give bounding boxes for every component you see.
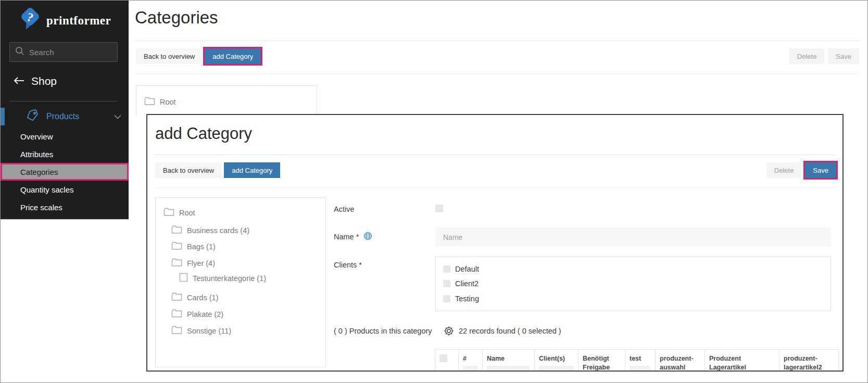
table-column-client-s-: Client(s) <box>535 350 578 372</box>
sidebar-item-price-scales[interactable]: Price scales <box>1 198 129 216</box>
tree-item-label: Sonstige (11) <box>187 327 231 335</box>
tree-item-label: Bags (1) <box>187 242 216 251</box>
records-found-text: 22 records found ( 0 selected ) <box>459 327 561 335</box>
tree-item-business[interactable]: Business cards (4) <box>171 225 249 236</box>
tree-item-testunterkategorie[interactable]: Testunterkategorie (1) <box>179 273 266 284</box>
modal-divider-2 <box>155 187 835 188</box>
tree-item-label: Root <box>160 98 176 106</box>
column-header-label[interactable]: Produzent Lagerartikel <box>709 354 775 372</box>
save-button[interactable]: Save <box>828 48 859 64</box>
client-checkbox[interactable] <box>443 265 450 273</box>
category-tree-panel: Root <box>136 85 317 115</box>
clients-label: Clients * <box>334 261 362 269</box>
folder-icon <box>171 225 182 236</box>
column-header-label[interactable]: test <box>630 354 651 363</box>
modal-add-category-button[interactable]: add Category <box>224 162 280 178</box>
products-submenu: OverviewAttributesCategoriesQuantity sac… <box>1 127 129 216</box>
sidebar-divider <box>9 101 118 101</box>
search-input[interactable] <box>29 48 133 57</box>
modal-delete-button[interactable]: Delete <box>766 162 802 178</box>
name-label: Name * <box>334 233 359 241</box>
tree-item-root[interactable]: Root <box>163 208 195 218</box>
tree-item-label: Business cards (4) <box>187 226 249 235</box>
folder-icon <box>171 241 182 252</box>
modal-back-to-overview-button[interactable]: Back to overview <box>155 162 222 178</box>
column-filter-input[interactable] <box>487 366 530 372</box>
records-row: 22 records found ( 0 selected ) 25 Per p… <box>334 323 844 340</box>
tree-item-root[interactable]: Root <box>144 97 176 107</box>
logo-text: printformer <box>46 14 111 28</box>
page-divider-2 <box>135 73 860 74</box>
tree-item-flyer[interactable]: Flyer (4) <box>171 258 215 269</box>
sidebar-search <box>9 42 118 62</box>
tree-item-bags[interactable]: Bags (1) <box>171 241 216 252</box>
tag-icon <box>26 109 39 124</box>
gear-icon[interactable] <box>443 325 455 339</box>
clients-box: DefaultClient2Testing <box>435 257 831 311</box>
select-all-checkbox[interactable] <box>439 354 447 362</box>
client-checkbox[interactable] <box>443 295 450 302</box>
tree-item-label: Cards (1) <box>187 293 218 302</box>
folder-icon <box>144 97 155 107</box>
sidebar-item-overview[interactable]: Overview <box>1 127 129 145</box>
table-column-produzent-lagerartikel2: produzent-lagerartikel2 <box>779 350 839 372</box>
sidebar-item-categories[interactable]: Categories <box>1 163 129 181</box>
column-header-label[interactable]: Benötigt Freigabe <box>583 354 621 372</box>
delete-button[interactable]: Delete <box>789 48 825 64</box>
chevron-down-icon <box>114 112 121 121</box>
name-label-row: Name * <box>334 232 372 242</box>
table-column-produzent-auswahl: produzent-auswahl <box>656 350 705 372</box>
column-filter-input[interactable] <box>630 366 650 372</box>
logo[interactable]: ? printformer <box>19 8 111 34</box>
modal-title: add Category <box>155 124 252 143</box>
column-filter-select[interactable] <box>539 366 573 372</box>
table-column-select <box>435 350 459 372</box>
client-option-testing: Testing <box>443 295 823 303</box>
table-column-test: test <box>625 350 656 372</box>
globe-icon[interactable] <box>363 232 372 242</box>
client-label: Testing <box>455 295 479 303</box>
search-icon <box>15 46 24 58</box>
client-option-client2: Client2 <box>443 279 823 288</box>
page-divider <box>135 41 860 41</box>
add-category-button[interactable]: add Category <box>205 48 261 64</box>
client-label: Client2 <box>455 279 479 288</box>
column-header-label[interactable]: Name <box>487 354 530 363</box>
tree-item-sonstige[interactable]: Sonstige (11) <box>171 326 231 336</box>
column-header-label[interactable]: Client(s) <box>539 354 574 363</box>
tree-item-label: Flyer (4) <box>187 259 215 267</box>
tree-item-label: Testunterkategorie (1) <box>193 274 266 283</box>
client-option-default: Default <box>443 265 823 273</box>
modal-save-button[interactable]: Save <box>805 162 836 178</box>
table-column-produzent-lagerartikel: Produzent Lagerartikel <box>705 350 779 372</box>
folder-icon <box>171 309 182 320</box>
table-column-name: Name <box>483 350 535 372</box>
column-header-label[interactable]: produzent-auswahl <box>660 354 700 372</box>
folder-icon <box>171 326 182 336</box>
tree-item-cards[interactable]: Cards (1) <box>171 292 218 303</box>
folder-icon <box>171 292 182 303</box>
back-to-shop[interactable]: Shop <box>14 75 57 87</box>
sidebar: ? printformer Shop <box>1 1 129 220</box>
sidebar-item-attributes[interactable]: Attributes <box>1 145 129 163</box>
sidebar-item-quantity-sacles[interactable]: Quantity sacles <box>1 181 129 198</box>
column-header-label[interactable]: produzent-lagerartikel2 <box>784 354 834 372</box>
name-input[interactable] <box>435 227 831 247</box>
sidebar-item-products[interactable]: Products <box>1 107 129 126</box>
back-to-overview-button[interactable]: Back to overview <box>136 48 203 64</box>
app-window: ? printformer Shop <box>0 0 868 383</box>
active-label: Active <box>334 205 355 213</box>
tree-item-label: Plakate (2) <box>187 310 223 318</box>
table-column--: # <box>459 350 483 372</box>
add-category-modal: add Category Back to overview add Catego… <box>146 114 844 372</box>
products-table: #NameClient(s)Benötigt Freigabetestprodu… <box>435 349 839 372</box>
arrow-left-icon <box>14 75 25 87</box>
square-icon <box>179 273 188 284</box>
tree-item-label: Root <box>179 209 195 217</box>
tree-item-plakate[interactable]: Plakate (2) <box>171 309 223 320</box>
active-checkbox[interactable] <box>435 205 443 212</box>
shop-label: Shop <box>31 75 57 87</box>
column-filter-input[interactable] <box>463 366 477 372</box>
client-checkbox[interactable] <box>443 280 450 287</box>
column-header-label[interactable]: # <box>463 354 478 363</box>
